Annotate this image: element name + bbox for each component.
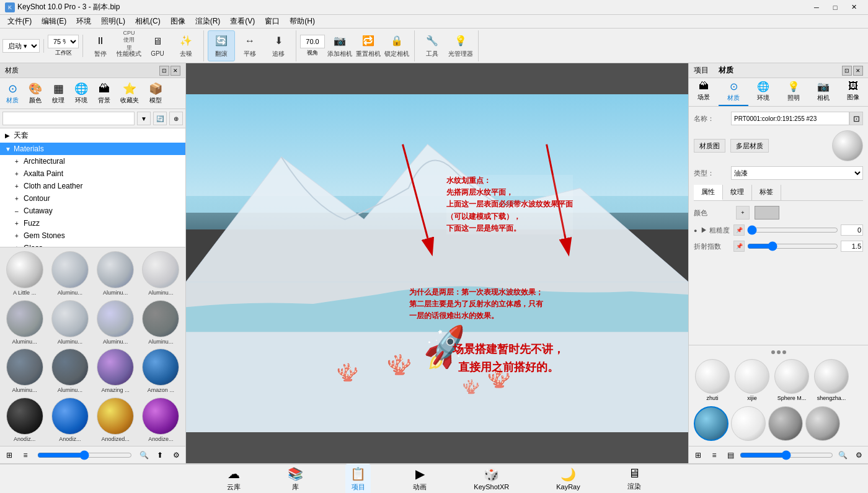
menu-camera[interactable]: 相机(C) <box>130 15 166 28</box>
window-controls[interactable]: ─ □ ✕ <box>807 1 863 14</box>
menu-env[interactable]: 环境 <box>71 15 96 28</box>
tree-item-glass[interactable]: + Glass <box>0 242 185 247</box>
tab-favorites[interactable]: ⭐ 收藏夹 <box>117 81 143 106</box>
material-grid-item[interactable]: Aluminu... <box>2 299 46 347</box>
menu-image[interactable]: 图像 <box>166 15 190 28</box>
material-grid-item[interactable]: Aluminu... <box>48 347 92 395</box>
type-select[interactable]: 油漆 <box>731 166 863 180</box>
active-thumb4[interactable] <box>805 406 840 441</box>
nav-render[interactable]: 🖥 渲染 <box>622 464 646 493</box>
roughness-slider[interactable] <box>747 225 838 235</box>
right-tab-image[interactable]: 🖼 图像 <box>838 78 868 106</box>
active-thumb[interactable] <box>694 406 728 441</box>
nav-animation[interactable]: ▶ 动画 <box>408 464 432 494</box>
tree-container[interactable]: ▶ 天套 ▼ Materials + Architectural + Axalt… <box>0 128 185 247</box>
tab-texture[interactable]: ▦ 纹理 <box>48 81 68 106</box>
right-tab-env[interactable]: 🌐 环境 <box>748 78 778 106</box>
material-grid-item[interactable]: Aluminu... <box>94 299 138 347</box>
tree-item-gemstones[interactable]: + Gem Stones <box>0 229 185 242</box>
tab-material[interactable]: ⊙ 材质 <box>2 81 22 106</box>
settings-btn[interactable]: ⚙ <box>169 448 183 462</box>
panel-float-button[interactable]: ⊡ <box>159 66 169 76</box>
nav-cloud[interactable]: ☁ 云库 <box>222 464 246 494</box>
right-list-btn[interactable]: ≡ <box>707 448 721 462</box>
right-tab-material[interactable]: ⊙ 材质 <box>719 78 748 106</box>
tree-item-cloth[interactable]: + Cloth and Leather <box>0 180 185 192</box>
nav-kayray[interactable]: 🌙 KayRay <box>551 464 585 493</box>
close-button[interactable]: ✕ <box>844 1 863 14</box>
thumb-xijie[interactable]: xijie <box>733 359 771 401</box>
name-input[interactable] <box>731 112 849 125</box>
material-grid-item[interactable]: Anodiz... <box>2 396 46 444</box>
size-slider[interactable] <box>37 450 132 460</box>
name-copy-button[interactable]: ⊡ <box>849 112 863 125</box>
color-plus-btn[interactable]: + <box>736 206 750 220</box>
pause-button[interactable]: ⏸ 暂停 <box>87 30 114 61</box>
tree-item-contour[interactable]: + Contour <box>0 192 185 205</box>
denoising-button[interactable]: ✨ 去噪 <box>172 30 200 61</box>
nav-library[interactable]: 📚 库 <box>283 464 308 494</box>
minimize-button[interactable]: ─ <box>807 1 826 14</box>
right-grid-btn[interactable]: ⊞ <box>691 448 705 462</box>
move-button[interactable]: ↔ 平移 <box>236 30 264 61</box>
translate-button[interactable]: 🔄 翻滚 <box>208 30 235 61</box>
attr-tab-props[interactable]: 属性 <box>694 185 723 200</box>
material-grid-item[interactable]: Amazon ... <box>139 347 183 395</box>
right-tab-camera[interactable]: 📷 相机 <box>808 78 838 106</box>
right-size-slider[interactable] <box>740 450 833 460</box>
color-swatch[interactable] <box>755 206 779 220</box>
light-manager-button[interactable]: 💡 光管理器 <box>447 30 474 61</box>
reset-camera-button[interactable]: 🔁 重置相机 <box>355 30 382 61</box>
tree-item-all[interactable]: ▶ 天套 <box>0 128 185 143</box>
angle-input[interactable] <box>300 35 325 48</box>
menu-edit[interactable]: 编辑(E) <box>37 15 71 28</box>
grid-view-btn[interactable]: ⊞ <box>2 448 16 462</box>
search-small-btn[interactable]: 🔍 <box>137 448 151 462</box>
right-search-btn[interactable]: 🔍 <box>836 448 849 462</box>
material-map-button[interactable]: 材质图 <box>694 139 725 153</box>
refract-slider[interactable] <box>747 241 838 251</box>
maximize-button[interactable]: □ <box>826 1 844 14</box>
tree-item-cutaway[interactable]: – Cutaway <box>0 205 185 217</box>
zoom-select[interactable]: 75 % <box>48 35 79 48</box>
material-grid-item[interactable]: Amazing ... <box>94 347 138 395</box>
add-camera-button[interactable]: 📷 添加相机 <box>326 30 353 61</box>
tree-item-architectural[interactable]: + Architectural <box>0 155 185 167</box>
nav-project[interactable]: 📋 项目 <box>345 464 371 494</box>
material-grid-item[interactable]: Anodized... <box>94 396 138 444</box>
material-grid-item[interactable]: A Little ... <box>2 250 46 298</box>
right-tab-lighting[interactable]: 💡 照明 <box>779 78 808 106</box>
search-filter-button[interactable]: ▼ <box>137 112 151 125</box>
right-tab-scene[interactable]: 🏔 场景 <box>689 78 719 106</box>
menu-window[interactable]: 窗口 <box>260 15 285 28</box>
tree-item-axalta[interactable]: + Axalta Paint <box>0 167 185 180</box>
search-input[interactable] <box>2 112 135 125</box>
start-select[interactable]: 启动 ▾ <box>2 39 40 53</box>
tab-background[interactable]: 🏔 背景 <box>94 81 114 106</box>
upload-btn[interactable]: ⬆ <box>153 448 167 462</box>
menu-lighting[interactable]: 照明(L) <box>96 15 130 28</box>
track-button[interactable]: ⬇ 追移 <box>265 30 292 61</box>
panel-close-button[interactable]: ✕ <box>170 66 180 76</box>
menu-file[interactable]: 文件(F) <box>2 15 37 28</box>
material-grid-item[interactable]: Aluminu... <box>2 347 46 395</box>
roughness-pin-btn[interactable]: 📌 <box>733 224 745 236</box>
nav-keyshot[interactable]: 🎲 KeyShotXR <box>469 464 514 493</box>
material-grid-item[interactable]: Aluminu... <box>48 299 92 347</box>
refract-pin-btn[interactable]: 📌 <box>733 241 745 252</box>
tools-button[interactable]: 🔧 工具 <box>418 30 446 61</box>
active-thumb2[interactable] <box>731 406 766 441</box>
thumb-shengzha[interactable]: shengzha... <box>813 359 850 401</box>
material-grid-item[interactable]: Aluminu... <box>139 250 183 298</box>
attr-tab-texture[interactable]: 纹理 <box>723 185 752 200</box>
list-view-btn[interactable]: ≡ <box>19 448 32 462</box>
attr-tab-label[interactable]: 标签 <box>752 185 781 200</box>
menu-help[interactable]: 帮助(H) <box>285 15 320 28</box>
active-thumb3[interactable] <box>768 406 803 441</box>
performance-button[interactable]: CPU 使用里 性能模式 <box>115 30 143 61</box>
menu-view[interactable]: 查看(V) <box>225 15 260 28</box>
material-grid-item[interactable]: Aluminu... <box>48 250 92 298</box>
thumb-sphere[interactable]: Sphere M... <box>773 359 810 401</box>
right-panel-float[interactable]: ⊡ <box>842 66 852 76</box>
search-btn3[interactable]: ⊕ <box>169 112 183 125</box>
